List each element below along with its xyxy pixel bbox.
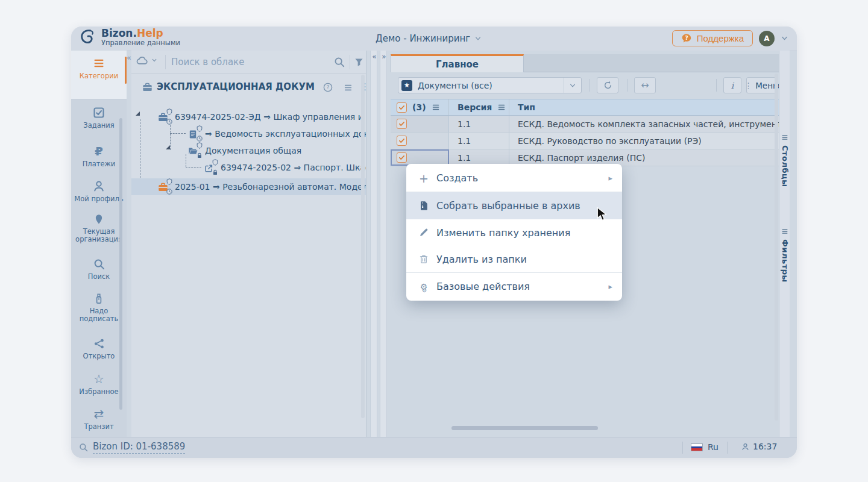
refresh-button[interactable] xyxy=(597,77,618,93)
splitter-strip[interactable]: « xyxy=(370,51,377,437)
tree-node[interactable]: ⇒ Ведомость эксплуатационных документо xyxy=(188,125,366,142)
shield-badge-icon xyxy=(197,125,203,132)
shield-badge-icon xyxy=(166,178,172,185)
sidebar-item-label: Открыто xyxy=(83,352,115,360)
tree-node-icon xyxy=(158,111,170,122)
dropdown-chevron[interactable] xyxy=(564,78,581,93)
sidebar-item-favorites[interactable]: ☆ Избранное xyxy=(71,366,127,401)
tree-root-title[interactable]: ЭКСПЛУАТАЦИОННАЯ ДОКУМЕ... xyxy=(157,81,315,92)
tab-main[interactable]: Главное xyxy=(391,54,524,72)
support-button[interactable]: Поддержка xyxy=(672,30,753,46)
panel-splitter: « » xyxy=(366,51,391,437)
sidebar-item-transit[interactable]: ⇄ Транзит xyxy=(71,401,127,436)
collapse-tree-panel-icon[interactable]: « xyxy=(127,53,131,62)
tree-menu-bars-icon[interactable] xyxy=(344,83,353,92)
language-switcher[interactable]: Ru xyxy=(708,442,719,452)
column-menu-bars-icon[interactable] xyxy=(497,103,506,111)
sidebar-item-categories[interactable]: Категории xyxy=(71,51,127,100)
collapse-right-icon[interactable]: » xyxy=(380,52,388,61)
menu-item-archive-selected[interactable]: Собрать выбранные в архив xyxy=(406,192,622,219)
transit-arrows-icon: ⇄ xyxy=(94,408,104,420)
row-checkbox[interactable] xyxy=(397,119,407,129)
check-icon xyxy=(398,104,405,111)
sidebar-item-organization[interactable]: Текущая организация xyxy=(71,207,127,252)
expand-width-button[interactable]: ↔ xyxy=(634,77,656,93)
menu-item-create[interactable]: + Создать ▸ xyxy=(406,164,622,192)
avatar-initial: A xyxy=(764,34,769,43)
app-logo[interactable]: Bizon.Help Управление данными xyxy=(78,28,180,46)
menu-item-remove-from-folder[interactable]: Удалить из папки xyxy=(406,246,622,272)
clock-badge-icon xyxy=(166,119,172,125)
check-square-icon xyxy=(93,107,105,119)
briefcase-icon xyxy=(142,82,153,92)
tree-expander[interactable] xyxy=(136,111,140,116)
sidebar-item-tasks[interactable]: Задания xyxy=(71,100,127,139)
time-value: 16:37 xyxy=(753,442,777,451)
support-chat-icon xyxy=(681,33,692,44)
tree-node[interactable]: 639474-2025-02 ⇒ Паспорт. Шкаф управ xyxy=(204,159,366,176)
info-button[interactable]: i xyxy=(723,77,741,93)
context-menu: + Создать ▸ Собрать выбранные в архив Из… xyxy=(406,164,622,301)
version-value: 1.1 xyxy=(458,153,471,163)
filter-funnel-icon[interactable] xyxy=(354,58,363,67)
header-version-column[interactable]: Версия xyxy=(449,99,509,115)
cloud-search-input[interactable] xyxy=(170,54,330,70)
tree-expander[interactable] xyxy=(166,145,170,149)
documents-toolbar: ★ Документы (все) ↔ i xyxy=(391,77,779,94)
tree-node[interactable]: 639474-2025-02-ЭД ⇒ Шкаф управления и ав… xyxy=(158,108,366,125)
bizon-id-search[interactable]: Bizon ID: 01-638589 xyxy=(79,441,185,454)
select-all-checkbox[interactable] xyxy=(397,102,407,113)
plus-icon: + xyxy=(417,172,430,185)
star-outline-icon: ☆ xyxy=(93,373,104,385)
tree-connector xyxy=(186,154,186,167)
cloud-source-selector[interactable] xyxy=(136,55,157,65)
table-row[interactable]: 1.1 ЕСКД. Ведомость комплекта запасных ч… xyxy=(391,116,779,133)
bizon-id-value[interactable]: Bizon ID: 01-638589 xyxy=(93,441,185,454)
workspace-selector[interactable]: Демо - Инжиниринг xyxy=(376,33,482,44)
row-selection-cell xyxy=(391,116,449,132)
menu-item-base-actions[interactable]: ⚙⚙ Базовые действия ▸ xyxy=(406,273,622,300)
check-icon xyxy=(398,137,405,144)
row-checkbox[interactable] xyxy=(397,152,407,163)
sidebar-scrollbar[interactable] xyxy=(119,118,122,410)
avatar[interactable]: A xyxy=(759,31,775,46)
sidebar-item-profile[interactable]: Мой профиль xyxy=(71,174,127,207)
menu-item-label: Изменить папку хранения xyxy=(436,227,612,239)
sidebar-item-search[interactable]: Поиск xyxy=(71,252,127,287)
tree-vertical-scroll-track[interactable] xyxy=(361,75,365,418)
row-checkbox[interactable] xyxy=(397,136,407,146)
column-menu-bars-icon[interactable] xyxy=(432,103,440,111)
logo-accent: Help xyxy=(137,27,163,39)
tree-node[interactable]: Документация общая xyxy=(188,142,366,159)
version-value: 1.1 xyxy=(458,136,471,146)
collapse-left-icon[interactable]: « xyxy=(371,52,378,61)
session-time: 16:37 xyxy=(741,442,777,451)
help-question-icon[interactable] xyxy=(323,83,333,92)
search-icon[interactable] xyxy=(334,57,345,67)
tree-node-selected[interactable]: 2025-01 ⇒ Резьбонарезной автомат. Модель… xyxy=(131,178,366,195)
splitter-strip[interactable]: » xyxy=(380,51,387,437)
table-vertical-scroll-track[interactable] xyxy=(775,74,778,421)
tab-strip: Главное xyxy=(391,54,779,72)
user-icon xyxy=(93,180,105,192)
table-row[interactable]: 1.1 ЕСКД. Руководство по эксплуатации (Р… xyxy=(391,133,779,149)
status-bar: Bizon ID: 01-638589 Ru 16:37 xyxy=(71,437,797,458)
type-cell: ЕСКД. Руководство по эксплуатации (РЭ) xyxy=(509,133,779,149)
sidebar: Категории Задания ₽ Платежи Мой профиль … xyxy=(71,51,127,437)
sidebar-item-payments[interactable]: ₽ Платежи xyxy=(71,139,127,174)
left-right-arrow-icon: ↔ xyxy=(641,80,649,91)
workspace-name: Демо - Инжиниринг xyxy=(376,33,470,44)
cloud-tree-panel: ЭКСПЛУАТАЦИОННАЯ ДОКУМЕ... ⋮ xyxy=(131,51,366,437)
dock-tab-filters[interactable]: Фильтры xyxy=(779,228,790,283)
header-type-column[interactable]: Тип xyxy=(509,99,779,115)
divider xyxy=(350,55,350,69)
view-selector-dropdown[interactable]: ★ Документы (все) xyxy=(398,77,582,93)
dock-tab-columns[interactable]: Столбцы xyxy=(779,134,790,187)
sidebar-item-to-sign[interactable]: Надо подписать xyxy=(71,287,127,331)
menu-item-change-folder[interactable]: Изменить папку хранения xyxy=(406,219,622,246)
table-horizontal-scrollbar[interactable] xyxy=(451,426,598,430)
lock-badge-icon xyxy=(212,169,218,175)
account-chevron-icon[interactable] xyxy=(781,34,788,42)
sidebar-item-opened[interactable]: Открыто xyxy=(71,331,127,366)
menu-button[interactable]: ⋮ Меню xyxy=(746,77,778,93)
